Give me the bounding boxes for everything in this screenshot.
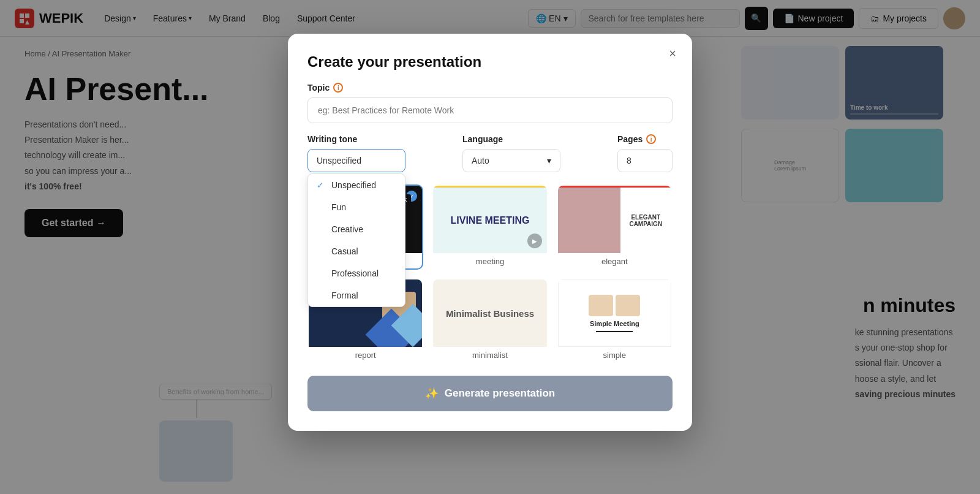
template-card-elegant[interactable]: ELEGANT CAMPAIGN elegant (557, 184, 673, 270)
tone-dropdown-wrapper: Unspecified ✓UnspecifiedFunCreativeCasua… (307, 149, 450, 172)
template-label-report: report (309, 351, 422, 362)
tone-dropdown-menu: ✓UnspecifiedFunCreativeCasualProfessiona… (307, 173, 405, 307)
tone-option-creative[interactable]: Creative (308, 218, 405, 240)
language-label: Language (462, 134, 605, 144)
topic-label: Topic i (307, 83, 673, 93)
topic-info-icon: i (333, 83, 343, 93)
modal-title: Create your presentation (307, 53, 673, 70)
tone-option-unspecified[interactable]: ✓Unspecified (308, 174, 405, 196)
template-card-meeting[interactable]: LIVINE MEETING ▶ meeting (432, 184, 548, 270)
generate-button[interactable]: ✨ Generate presentation (307, 376, 673, 411)
template-card-minimalist[interactable]: Minimalist Business minimalist (432, 278, 548, 363)
language-dropdown[interactable]: Auto ▾ (462, 149, 560, 172)
pages-info-icon: i (646, 134, 656, 144)
form-row: Writing tone Unspecified ✓UnspecifiedFun… (307, 134, 673, 172)
template-label-simple: simple (558, 351, 671, 362)
template-label-elegant: elegant (558, 257, 671, 268)
modal: × Create your presentation Topic i Writi… (288, 34, 692, 431)
template-label-minimalist: minimalist (433, 351, 546, 362)
pages-input[interactable] (617, 149, 673, 172)
modal-close-button[interactable]: × (663, 44, 682, 63)
template-label-meeting: meeting (433, 257, 546, 268)
language-group: Language Auto ▾ (462, 134, 605, 172)
tone-option-fun[interactable]: Fun (308, 196, 405, 218)
tone-option-formal[interactable]: Formal (308, 284, 405, 306)
background-page: WEPIK Design▾ Features▾ My Brand Blog Su… (0, 0, 980, 494)
writing-tone-group: Writing tone Unspecified ✓UnspecifiedFun… (307, 134, 450, 172)
template-card-simple[interactable]: Simple Meeting simple (557, 278, 673, 363)
pages-group: Pages i (617, 134, 673, 172)
topic-input[interactable] (307, 97, 673, 123)
pages-label: Pages i (617, 134, 673, 144)
tone-option-casual[interactable]: Casual (308, 240, 405, 262)
overlay: × Create your presentation Topic i Writi… (0, 0, 980, 494)
tone-option-professional[interactable]: Professional (308, 262, 405, 284)
generate-icon: ✨ (425, 387, 439, 400)
writing-tone-label: Writing tone (307, 134, 450, 144)
tone-dropdown-trigger[interactable]: Unspecified (307, 149, 405, 172)
